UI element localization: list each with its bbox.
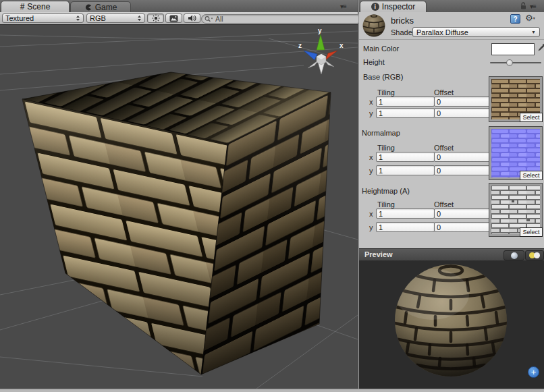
y-row-label: y <box>369 223 373 231</box>
scene-viewport[interactable]: y x z <box>0 25 358 389</box>
normalmap-y-offset-field[interactable] <box>434 165 493 175</box>
info-icon: i <box>371 3 379 11</box>
tab-game-label: Game <box>95 3 117 12</box>
x-row-label: x <box>369 153 373 161</box>
gizmo-x-axis-cone[interactable] <box>325 51 337 60</box>
search-input[interactable] <box>215 15 337 23</box>
scene-grid-icon: # <box>20 2 25 11</box>
material-name: bricks <box>391 16 414 26</box>
material-header: bricks Shader Parallax Diffuse ▼ ? ⚙▾ <box>359 12 544 40</box>
tab-scene-label: Scene <box>27 2 50 11</box>
gear-icon[interactable]: ⚙▾ <box>525 13 535 22</box>
tab-inspector-label: Inspector <box>382 2 415 11</box>
tiling-header: Tiling <box>377 144 395 152</box>
preview-sphere <box>359 260 544 389</box>
tiling-header: Tiling <box>377 200 395 208</box>
y-row-label: y <box>369 109 373 117</box>
axis-gizmo[interactable]: y x z <box>298 27 344 74</box>
main-color-label: Main Color <box>363 45 399 53</box>
shader-value: Parallax Diffuse <box>416 28 468 36</box>
window-bottom-strip <box>0 389 544 392</box>
speaker-icon <box>188 14 196 22</box>
lighting-toggle-button[interactable] <box>147 13 164 23</box>
help-icon[interactable]: ? <box>510 14 520 24</box>
base-x-tiling-field[interactable] <box>376 96 435 107</box>
scene-panel-menu-icon[interactable]: ▾≡ <box>340 3 346 10</box>
audio-toggle-button[interactable] <box>184 13 200 23</box>
y-row-label: y <box>369 167 373 175</box>
section-label-normalmap: Normalmap <box>362 129 400 137</box>
offset-header: Offset <box>434 200 454 208</box>
preview-sphere-mode-button[interactable] <box>504 250 524 260</box>
x-row-label: x <box>369 210 373 218</box>
offset-header: Offset <box>434 88 454 96</box>
section-label-heightmap: Heightmap (A) <box>362 187 410 195</box>
base-texture-thumbnail[interactable]: Select <box>489 76 543 122</box>
gizmo-y-label: y <box>318 27 322 34</box>
shader-label: Shader <box>391 28 414 36</box>
base-select-button[interactable]: Select <box>520 113 543 122</box>
channel-mode-label: RGB <box>90 14 106 22</box>
normalmap-y-tiling-field[interactable] <box>376 165 435 175</box>
sphere-icon <box>511 252 518 259</box>
preview-lighting-button[interactable] <box>525 250 544 260</box>
gizmo-z-label: z <box>298 42 302 49</box>
render-mode-label: Textured <box>5 14 34 22</box>
unity-editor-window: # Scene Game ▾≡ Textured RGB <box>0 0 544 392</box>
game-icon <box>84 3 92 11</box>
shader-dropdown[interactable]: Parallax Diffuse ▼ <box>412 27 540 37</box>
tab-game[interactable]: Game <box>70 1 131 12</box>
search-icon <box>205 16 214 22</box>
heightmap-y-offset-field[interactable] <box>434 222 493 232</box>
channel-mode-dropdown[interactable]: RGB <box>86 13 145 23</box>
normalmap-x-offset-field[interactable] <box>434 152 493 162</box>
scene-toolbar: Textured RGB <box>0 12 358 25</box>
tab-scene[interactable]: # Scene <box>1 1 70 12</box>
base-x-offset-field[interactable] <box>434 96 493 107</box>
updown-arrows-icon <box>137 15 142 22</box>
add-button[interactable]: + <box>528 366 539 378</box>
height-slider-thumb[interactable] <box>506 59 513 66</box>
offset-header: Offset <box>434 144 454 152</box>
tiling-header: Tiling <box>377 88 395 96</box>
scene-search-field[interactable] <box>201 14 362 24</box>
preview-area[interactable]: + <box>359 260 544 389</box>
base-y-offset-field[interactable] <box>434 108 493 118</box>
heightmap-texture-thumbnail[interactable]: Select <box>489 183 543 237</box>
brick-cube <box>22 72 331 374</box>
render-mode-dropdown[interactable]: Textured <box>2 13 84 23</box>
tab-inspector[interactable]: i Inspector <box>360 1 427 12</box>
height-label: Height <box>363 58 385 66</box>
section-label-base: Base (RGB) <box>363 73 403 81</box>
scene-canvas: y x z <box>0 25 358 389</box>
preview-title: Preview <box>364 250 393 258</box>
updown-arrows-icon <box>76 15 80 22</box>
normalmap-x-tiling-field[interactable] <box>376 152 435 162</box>
preview-header: Preview <box>359 248 544 261</box>
height-slider-track[interactable] <box>490 62 541 63</box>
material-sphere-thumbnail <box>362 13 386 40</box>
main-color-swatch[interactable] <box>491 43 535 55</box>
heightmap-x-offset-field[interactable] <box>434 208 493 219</box>
normalmap-texture-thumbnail[interactable]: Select <box>489 126 543 180</box>
base-y-tiling-field[interactable] <box>376 108 435 118</box>
chevron-down-icon: ▼ <box>531 30 536 34</box>
lock-icon[interactable] <box>520 2 527 10</box>
image-icon <box>169 15 178 22</box>
inspector-panel: i Inspector ▾≡ <box>358 0 544 389</box>
light-white-icon <box>534 252 540 258</box>
eyedropper-icon[interactable] <box>536 43 544 57</box>
gizmo-z-axis-cone[interactable] <box>304 51 317 60</box>
x-row-label: x <box>369 98 373 106</box>
heightmap-x-tiling-field[interactable] <box>376 208 435 219</box>
sun-icon <box>152 14 160 22</box>
inspector-panel-menu-icon[interactable]: ▾≡ <box>530 3 536 10</box>
heightmap-y-tiling-field[interactable] <box>376 222 435 232</box>
skybox-fx-button[interactable] <box>165 13 182 23</box>
heightmap-select-button[interactable]: Select <box>520 227 543 237</box>
normalmap-select-button[interactable]: Select <box>520 171 543 180</box>
gizmo-x-label: x <box>339 42 344 49</box>
